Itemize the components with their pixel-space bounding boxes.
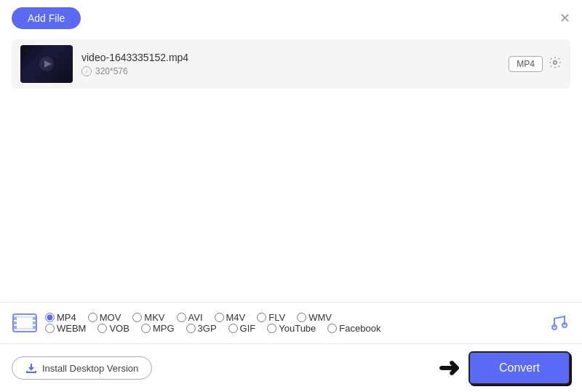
format-youtube[interactable]: YouTube [267, 323, 316, 334]
info-icon: i [81, 66, 92, 76]
arrow-icon: ➜ [438, 355, 460, 381]
audio-format-icon[interactable] [544, 310, 570, 336]
format-facebook[interactable]: Facebook [327, 323, 380, 334]
svg-rect-5 [13, 321, 17, 324]
right-actions: ➜ Convert [438, 351, 570, 385]
format-avi[interactable]: AVI [177, 312, 203, 323]
install-label: Install Desktop Version [42, 363, 138, 374]
file-name: video-1643335152.mp4 [81, 52, 500, 63]
format-3gp[interactable]: 3GP [186, 323, 217, 334]
file-actions: MP4 [509, 56, 562, 72]
svg-rect-6 [13, 326, 17, 329]
convert-button[interactable]: Convert [469, 351, 570, 385]
format-row-1: MP4 MOV MKV AVI M4V FLV WM [45, 312, 537, 323]
format-flv[interactable]: FLV [257, 312, 285, 323]
close-button[interactable]: ✕ [559, 12, 570, 25]
settings-button[interactable] [549, 56, 562, 72]
file-thumbnail [20, 45, 73, 83]
svg-rect-9 [33, 326, 36, 329]
music-note-icon [547, 313, 567, 333]
format-webm[interactable]: WEBM [45, 323, 86, 334]
film-icon [12, 310, 38, 336]
svg-rect-4 [13, 317, 17, 320]
bottom-area: MP4 MOV MKV AVI M4V FLV WM [0, 302, 582, 392]
format-mkv[interactable]: MKV [132, 312, 164, 323]
format-section: MP4 MOV MKV AVI M4V FLV WM [0, 303, 582, 344]
install-desktop-button[interactable]: Install Desktop Version [12, 356, 152, 380]
file-meta: i 320*576 [81, 66, 500, 76]
top-bar: Add File ✕ [0, 0, 582, 35]
format-vob[interactable]: VOB [97, 323, 129, 334]
action-bar: Install Desktop Version ➜ Convert [0, 344, 582, 392]
thumbnail-preview [20, 45, 73, 83]
gear-icon [549, 56, 562, 69]
format-mpg[interactable]: MPG [141, 323, 175, 334]
format-options: MP4 MOV MKV AVI M4V FLV WM [45, 312, 537, 334]
format-mov[interactable]: MOV [88, 312, 121, 323]
file-info: video-1643335152.mp4 i 320*576 [81, 52, 500, 76]
format-wmv[interactable]: WMV [297, 312, 332, 323]
download-icon [25, 362, 37, 374]
format-mp4[interactable]: MP4 [45, 312, 76, 323]
video-preview-icon [36, 53, 57, 75]
format-gif[interactable]: GIF [228, 323, 256, 334]
format-m4v[interactable]: M4V [215, 312, 246, 323]
file-dimensions: 320*576 [95, 66, 128, 76]
video-format-icon [12, 311, 37, 335]
add-file-button[interactable]: Add File [12, 7, 81, 29]
file-item: video-1643335152.mp4 i 320*576 MP4 [12, 39, 570, 89]
format-badge: MP4 [509, 56, 543, 72]
svg-point-2 [554, 61, 557, 65]
format-row-2: WEBM VOB MPG 3GP GIF YouTube [45, 323, 537, 334]
file-list: video-1643335152.mp4 i 320*576 MP4 [0, 35, 582, 93]
svg-rect-8 [33, 321, 36, 324]
svg-rect-7 [33, 317, 36, 320]
